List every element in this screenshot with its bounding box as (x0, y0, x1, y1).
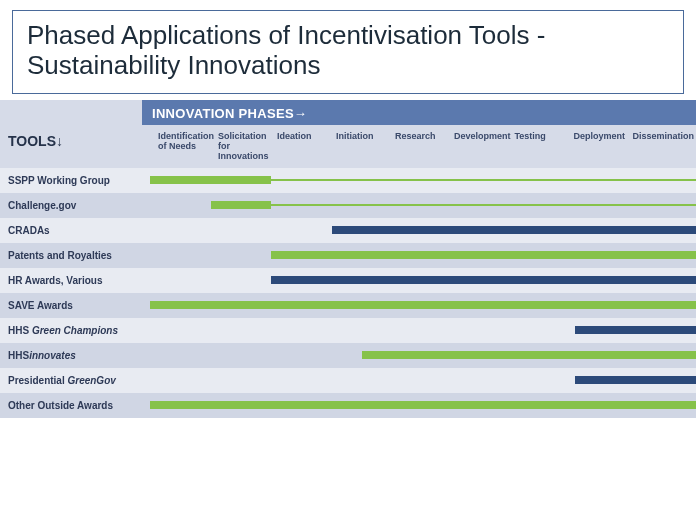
row-label: HHSinnovates (0, 350, 150, 361)
chart-rows: SSPP Working GroupChallenge.govCRADAsPat… (0, 168, 696, 418)
chart-row: Presidential GreenGov (0, 368, 696, 393)
green-bar (271, 251, 696, 259)
green-bar (271, 179, 696, 181)
columns-row: TOOLS↓ Identification of NeedsSolicitati… (0, 125, 696, 168)
row-label: Challenge.gov (0, 200, 150, 211)
chart-row: Challenge.gov (0, 193, 696, 218)
header-row: INNOVATION PHASES→ (0, 100, 696, 125)
page-title: Phased Applications of Incentivisation T… (27, 21, 669, 81)
title-line-2: Sustainability Innovations (27, 50, 320, 80)
row-track (150, 393, 696, 418)
row-label: HR Awards, Various (0, 275, 150, 286)
row-track (150, 343, 696, 368)
navy-bar (575, 326, 696, 334)
row-track (150, 193, 696, 218)
chart-row: HHS Green Champions (0, 318, 696, 343)
chart-row: SAVE Awards (0, 293, 696, 318)
row-track (150, 243, 696, 268)
row-track (150, 318, 696, 343)
phase-column-header: Initiation (334, 131, 393, 162)
phase-column-header: Dissemination (631, 131, 696, 162)
phase-column-header: Ideation (275, 131, 334, 162)
chart-row: HHSinnovates (0, 343, 696, 368)
chart-row: SSPP Working Group (0, 168, 696, 193)
row-label: Presidential GreenGov (0, 375, 150, 386)
green-bar (271, 204, 696, 206)
phase-column-header: Testing (513, 131, 572, 162)
navy-bar (575, 376, 696, 384)
row-track (150, 293, 696, 318)
green-bar (362, 351, 696, 359)
row-label: HHS Green Champions (0, 325, 150, 336)
row-label: SSPP Working Group (0, 175, 150, 186)
row-track (150, 218, 696, 243)
phase-column-header: Development (452, 131, 513, 162)
green-bar (150, 176, 271, 184)
chart-row: HR Awards, Various (0, 268, 696, 293)
row-label: Other Outside Awards (0, 400, 150, 411)
row-label: CRADAs (0, 225, 150, 236)
chart-row: Other Outside Awards (0, 393, 696, 418)
navy-bar (332, 226, 696, 234)
chart-row: Patents and Royalties (0, 243, 696, 268)
phases-header: INNOVATION PHASES→ (142, 100, 696, 125)
row-track (150, 268, 696, 293)
green-bar (211, 201, 272, 209)
row-track (150, 368, 696, 393)
title-line-1: Phased Applications of Incentivisation T… (27, 20, 545, 50)
gantt-chart: INNOVATION PHASES→ TOOLS↓ Identification… (0, 100, 696, 418)
green-bar (150, 301, 696, 309)
green-bar (150, 401, 696, 409)
row-label: Patents and Royalties (0, 250, 150, 261)
row-track (150, 168, 696, 193)
phase-column-header: Deployment (572, 131, 631, 162)
phase-column-header: Research (393, 131, 452, 162)
tools-axis-label: TOOLS↓ (0, 125, 156, 159)
title-box: Phased Applications of Incentivisation T… (12, 10, 684, 94)
row-label: SAVE Awards (0, 300, 150, 311)
phase-column-header: Solicitation for Innovations (216, 131, 275, 162)
phase-columns: Identification of NeedsSolicitation for … (156, 125, 696, 168)
header-left-spacer (0, 100, 142, 125)
phase-column-header: Identification of Needs (156, 131, 216, 162)
chart-row: CRADAs (0, 218, 696, 243)
navy-bar (271, 276, 696, 284)
